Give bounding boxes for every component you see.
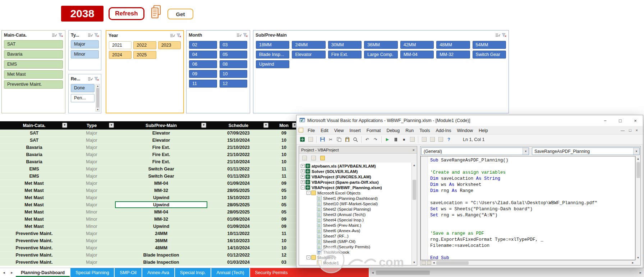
menu-format[interactable]: Format — [364, 128, 384, 133]
hscroll-thumb[interactable] — [376, 271, 430, 275]
slicer-item-2022[interactable]: 2022 — [133, 41, 156, 49]
tree-item-sheet5-prev-maint[interactable]: Sheet5 (Prev-Maint.) — [299, 222, 411, 228]
slicer-item-large-comp[interactable]: Large Comp. — [364, 51, 397, 58]
tree-item-vbaproject-spare-parts-diff-xlsx[interactable]: +VBAProject (Spare-parts-Diff.xlsx) — [299, 179, 411, 185]
table-cell[interactable]: 10 — [270, 137, 298, 144]
multiselect-icon[interactable] — [88, 77, 93, 81]
slicer-item-mm-04[interactable]: MM-04 — [400, 51, 434, 58]
tree-item-sheet3-annual-tech[interactable]: Sheet3 (Annual (Tech)) — [299, 212, 411, 217]
clear-filter-icon[interactable] — [243, 33, 248, 37]
table-cell[interactable]: 09 — [270, 216, 298, 223]
table-cell[interactable]: 01/03/2024 — [207, 259, 270, 266]
sheet-nav-left-icon[interactable]: ◄ — [0, 268, 8, 277]
tree-item-atpvbaen-xls-atpvbaen-xlam[interactable]: +atpvbaen.xls (ATPVBAEN.XLAM) — [299, 163, 411, 169]
table-cell[interactable]: MM-04 — [115, 180, 207, 187]
table-cell[interactable]: 01/09/2024 — [207, 180, 270, 187]
table-cell[interactable]: Bavaria — [0, 151, 68, 158]
toggle-folders-icon[interactable] — [319, 154, 326, 161]
collapse-icon[interactable]: - — [307, 191, 310, 195]
table-cell[interactable]: Major — [68, 158, 115, 165]
table-cell[interactable]: EMS — [0, 165, 68, 173]
table-cell[interactable]: 10 — [270, 158, 298, 165]
table-cell[interactable]: Major — [68, 165, 115, 173]
chevron-down-icon[interactable]: ▼ — [523, 148, 529, 155]
expand-icon[interactable]: + — [301, 180, 305, 184]
multiselect-icon[interactable] — [495, 33, 500, 37]
table-cell[interactable]: Major — [68, 173, 115, 180]
table-cell[interactable]: Fire Ext. — [115, 144, 207, 151]
table-cell[interactable]: Switch Gear — [115, 165, 207, 173]
clear-filter-icon[interactable] — [58, 33, 63, 37]
save-icon[interactable] — [319, 136, 326, 143]
collapse-icon[interactable]: - — [307, 255, 310, 259]
menu-file[interactable]: File — [305, 128, 318, 133]
sheet-tab-smp-oil[interactable]: SMP-Oil — [115, 268, 142, 277]
slicer-item-42mm[interactable]: 42MM — [400, 41, 434, 49]
table-cell[interactable]: Major — [68, 187, 115, 194]
mdi-minimize-icon[interactable]: — — [621, 128, 625, 132]
table-cell[interactable]: MM-04 — [115, 208, 207, 216]
mdi-restore-icon[interactable]: □ — [629, 128, 631, 132]
slicer-item-08[interactable]: 08 — [220, 60, 248, 68]
tree-item-sheet9-security-permits[interactable]: Sheet9 (Security Permits) — [299, 244, 411, 249]
slicer-item-minor[interactable]: Minor — [71, 50, 99, 58]
scroll-down-icon[interactable]: ▼ — [413, 260, 416, 265]
tree-item-sheet7-rf[interactable]: Sheet7 (RF...) — [299, 233, 411, 239]
slicer-item-03[interactable]: 03 — [220, 41, 248, 49]
table-cell[interactable]: Major — [68, 194, 115, 201]
undo-icon[interactable]: ↶ — [364, 136, 371, 143]
filter-dropdown-icon[interactable]: ▼ — [109, 123, 114, 128]
menu-insert[interactable]: Insert — [347, 128, 364, 133]
tree-item-thisworkbook[interactable]: ThisWorkbook — [299, 249, 411, 255]
scroll-right-icon[interactable]: ► — [631, 261, 634, 264]
table-cell[interactable]: Major — [68, 252, 115, 259]
slicer-item-2023[interactable]: 2023 — [158, 41, 181, 49]
multiselect-icon[interactable] — [170, 33, 175, 38]
slicer-item-12[interactable]: 12 — [220, 80, 248, 88]
sheet-tab-special-planning[interactable]: Special Planning — [70, 268, 114, 277]
sheet-tab-planning-dashboard[interactable]: Planning-Dashboard — [16, 268, 70, 277]
slicer-item-02[interactable]: 02 — [189, 41, 217, 49]
table-cell[interactable]: 21/10/2023 — [207, 144, 270, 151]
redo-icon[interactable]: ↷ — [372, 136, 379, 143]
tree-item-microsoft-excel-objects[interactable]: -Microsoft Excel Objects — [299, 190, 411, 196]
hscroll-left-icon[interactable]: ◄ — [371, 271, 374, 274]
table-cell[interactable]: 01/12/2022 — [207, 252, 270, 259]
slicer-scrollbar[interactable]: ▲▼ — [96, 84, 100, 112]
tree-item-sheet2-special-planning[interactable]: Sheet2 (Special Planning) — [299, 206, 411, 212]
slicer-item-major[interactable]: Major — [71, 40, 99, 48]
slicer-item-elevator[interactable]: Elevator — [292, 51, 325, 58]
get-button[interactable]: Get — [167, 9, 193, 19]
expand-icon[interactable]: + — [301, 175, 305, 179]
sheet-nav-right-icon[interactable]: ► — [8, 268, 16, 277]
tree-item-sheet10-wf-market-special[interactable]: Sheet10 (WF-Market-Special) — [299, 201, 411, 206]
table-cell[interactable]: 15/10/2024 — [207, 137, 270, 144]
slicer-item-36mm[interactable]: 36MM — [364, 41, 397, 49]
slicer-item-sat[interactable]: SAT — [4, 40, 63, 48]
menu-edit[interactable]: Edit — [318, 128, 331, 133]
table-cell[interactable]: Switch Gear — [115, 173, 207, 180]
slicer-item-05[interactable]: 05 — [220, 51, 248, 58]
table-cell[interactable]: 09 — [270, 180, 298, 187]
reset-icon[interactable]: ■ — [400, 136, 408, 143]
expand-icon[interactable]: + — [301, 164, 305, 168]
tree-item-sheet8-smp-oil[interactable]: Sheet8 (SMP-Oil) — [299, 239, 411, 244]
table-cell[interactable]: Minor — [68, 223, 115, 230]
table-cell[interactable]: 15/10/2023 — [207, 194, 270, 201]
copy-icon[interactable] — [335, 136, 342, 143]
scroll-thumb[interactable] — [636, 162, 640, 178]
table-cell[interactable]: Blade Inspection — [115, 252, 207, 259]
table-cell[interactable]: 01/11/2022 — [207, 165, 270, 173]
tree-item-sheet6-annex-ava[interactable]: Sheet6 (Annex-Ava) — [299, 228, 411, 233]
view-object-icon[interactable] — [310, 154, 317, 161]
table-cell[interactable]: 28/05/2025 — [207, 201, 270, 208]
table-cell[interactable]: Met Mast — [0, 208, 68, 216]
slicer-item-10[interactable]: 10 — [220, 70, 248, 78]
slicer-item-switch-gear[interactable]: Switch Gear — [473, 51, 506, 58]
table-cell[interactable]: 05 — [270, 208, 298, 216]
table-cell[interactable]: Major — [68, 237, 115, 244]
multiselect-icon[interactable] — [88, 33, 93, 37]
sheet-tab-annual-tech[interactable]: Annual (Tech) — [211, 268, 249, 277]
table-cell[interactable]: Major — [68, 130, 115, 137]
table-cell[interactable]: Upwind — [115, 194, 207, 201]
